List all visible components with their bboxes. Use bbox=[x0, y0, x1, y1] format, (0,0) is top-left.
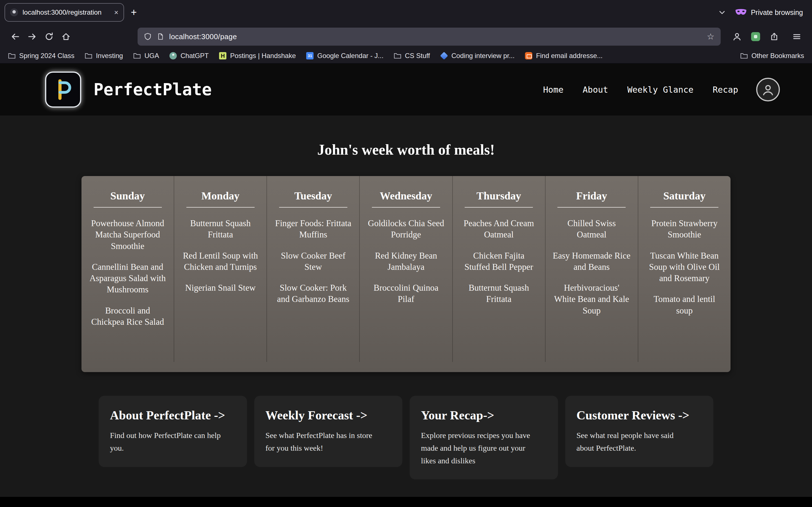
tab-strip: localhost:3000/registration × + Private … bbox=[0, 0, 812, 25]
meal-item: Broccolini Quinoa Pilaf bbox=[366, 282, 445, 305]
day-header: Monday bbox=[174, 189, 266, 202]
day-header: Tuesday bbox=[267, 189, 359, 202]
person-icon bbox=[761, 82, 775, 97]
card-body: Find out how PerfectPlate can help you. bbox=[110, 429, 223, 455]
bookmark-find-email[interactable]: Find email addresse... bbox=[525, 52, 603, 60]
nav-recap[interactable]: Recap bbox=[713, 85, 738, 95]
browser-tab[interactable]: localhost:3000/registration × bbox=[4, 3, 124, 22]
day-header: Thursday bbox=[453, 189, 545, 202]
meal-item: Peaches And Cream Oatmeal bbox=[460, 218, 538, 240]
perfectplate-logo[interactable] bbox=[45, 71, 81, 108]
bookmark-handshake[interactable]: H Postings | Handshake bbox=[219, 52, 296, 60]
account-icon[interactable] bbox=[728, 28, 746, 45]
meal-item: Tomato and lentil soup bbox=[645, 293, 724, 316]
folder-icon bbox=[394, 52, 402, 60]
day-column-saturday: Saturday Protein Strawberry Smoothie Tus… bbox=[638, 176, 730, 362]
meal-item: Nigerian Snail Stew bbox=[181, 282, 260, 293]
tab-list-chevron-icon[interactable] bbox=[718, 8, 726, 16]
url-text[interactable]: localhost:3000/page bbox=[169, 33, 237, 41]
meal-item: Goldilocks Chia Seed Porridge bbox=[366, 218, 445, 240]
meal-item: Broccoli and Chickpea Rice Salad bbox=[88, 305, 167, 328]
meal-item: Red Lentil Soup with Chicken and Turnips bbox=[181, 250, 260, 273]
nav-home[interactable]: Home bbox=[543, 85, 563, 95]
diamond-icon bbox=[440, 52, 448, 60]
nav-weekly-glance[interactable]: Weekly Glance bbox=[627, 85, 694, 95]
page-title: John's week worth of meals! bbox=[0, 142, 812, 158]
menu-icon[interactable] bbox=[788, 28, 805, 45]
folder-icon bbox=[8, 52, 16, 60]
customer-reviews-card[interactable]: Customer Reviews -> See what real people… bbox=[565, 396, 714, 467]
day-divider bbox=[557, 207, 626, 208]
bookmark-star-icon[interactable]: ☆ bbox=[707, 33, 714, 41]
bookmark-cs-stuff[interactable]: CS Stuff bbox=[394, 52, 430, 60]
extension-icon[interactable] bbox=[751, 32, 760, 41]
about-card[interactable]: About PerfectPlate -> Find out how Perfe… bbox=[99, 396, 247, 467]
card-body: Explore previous recipes you have made a… bbox=[421, 429, 534, 467]
brand-name: PerfectPlate bbox=[94, 80, 212, 99]
export-icon[interactable] bbox=[766, 28, 783, 45]
meal-item: Powerhouse Almond Matcha Superfood Smoot… bbox=[88, 218, 167, 252]
back-icon[interactable] bbox=[7, 28, 24, 45]
reload-icon[interactable] bbox=[41, 28, 57, 45]
new-tab-button[interactable]: + bbox=[131, 7, 137, 17]
google-calendar-icon: 31 bbox=[306, 52, 314, 60]
card-title: About PerfectPlate -> bbox=[110, 408, 236, 422]
profile-avatar[interactable] bbox=[756, 78, 780, 101]
url-bar[interactable]: localhost:3000/page ☆ bbox=[138, 27, 721, 46]
other-bookmarks[interactable]: Other Bookmarks bbox=[740, 52, 804, 60]
bookmark-uga[interactable]: UGA bbox=[133, 52, 159, 60]
folder-icon bbox=[740, 52, 748, 60]
card-title: Weekly Forecast -> bbox=[266, 408, 391, 422]
day-column-monday: Monday Butternut Squash Frittata Red Len… bbox=[174, 176, 266, 362]
browser-window: localhost:3000/registration × + Private … bbox=[0, 0, 812, 507]
day-header: Sunday bbox=[82, 189, 174, 202]
meal-item: Butternut Squash Frittata bbox=[460, 282, 538, 305]
meal-item: Easy Homemade Rice and Beans bbox=[552, 250, 631, 273]
folder-icon bbox=[85, 52, 93, 60]
site-nav: Home About Weekly Glance Recap bbox=[543, 85, 738, 95]
shield-icon[interactable] bbox=[144, 33, 152, 41]
bookmark-chatgpt[interactable]: * ChatGPT bbox=[169, 52, 209, 60]
private-browsing-badge: Private browsing bbox=[735, 8, 803, 17]
private-mask-icon bbox=[735, 9, 747, 16]
day-column-wednesday: Wednesday Goldilocks Chia Seed Porridge … bbox=[359, 176, 452, 362]
meal-item: Slow Cooker: Pork and Garbanzo Beans bbox=[274, 282, 352, 305]
card-body: See what real people have said about Per… bbox=[576, 429, 689, 455]
meal-item: Protein Strawberry Smoothie bbox=[645, 218, 724, 240]
your-recap-card[interactable]: Your Recap-> Explore previous recipes yo… bbox=[410, 396, 558, 480]
private-browsing-label: Private browsing bbox=[751, 8, 803, 17]
home-icon[interactable] bbox=[57, 28, 74, 45]
day-divider bbox=[372, 207, 440, 208]
nav-about[interactable]: About bbox=[583, 85, 608, 95]
tab-title: localhost:3000/registration bbox=[22, 8, 110, 16]
day-header: Wednesday bbox=[360, 189, 452, 202]
site-header: PerfectPlate Home About Weekly Glance Re… bbox=[0, 64, 812, 115]
day-divider bbox=[94, 207, 162, 208]
meal-item: Tuscan White Bean Soup with Olive Oil an… bbox=[645, 250, 724, 284]
tab-close-icon[interactable]: × bbox=[114, 9, 118, 16]
bookmark-spring-2024-class[interactable]: Spring 2024 Class bbox=[8, 52, 74, 60]
card-title: Customer Reviews -> bbox=[576, 408, 702, 422]
day-header: Friday bbox=[546, 189, 638, 202]
day-header: Saturday bbox=[638, 189, 730, 202]
day-column-tuesday: Tuesday Finger Foods: Frittata Muffins S… bbox=[266, 176, 359, 362]
card-body: See what PerfectPlate has in store for y… bbox=[266, 429, 378, 455]
weekly-forecast-card[interactable]: Weekly Forecast -> See what PerfectPlate… bbox=[254, 396, 403, 467]
main-content: John's week worth of meals! Sunday Power… bbox=[0, 142, 812, 480]
bottom-strip bbox=[0, 497, 812, 507]
bookmark-google-calendar[interactable]: 31 Google Calendar - J... bbox=[306, 52, 384, 60]
bookmark-investing[interactable]: Investing bbox=[85, 52, 123, 60]
meal-item: Slow Cooker Beef Stew bbox=[274, 250, 352, 273]
meal-item: Herbivoracious' White Bean and Kale Soup bbox=[552, 282, 631, 316]
day-column-friday: Friday Chilled Swiss Oatmeal Easy Homema… bbox=[545, 176, 638, 362]
navigation-toolbar: localhost:3000/page ☆ bbox=[0, 25, 812, 48]
meal-item: Chicken Fajita Stuffed Bell Pepper bbox=[460, 250, 538, 273]
meal-item: Cannellini Bean and Asparagus Salad with… bbox=[88, 262, 167, 295]
meal-item: Red Kidney Bean Jambalaya bbox=[366, 250, 445, 273]
day-column-thursday: Thursday Peaches And Cream Oatmeal Chick… bbox=[452, 176, 545, 362]
bookmark-coding-interview[interactable]: Coding interview pr... bbox=[440, 52, 515, 60]
page-info-icon[interactable] bbox=[157, 33, 164, 41]
day-divider bbox=[279, 207, 347, 208]
tab-favicon-icon bbox=[10, 8, 18, 16]
forward-icon[interactable] bbox=[24, 28, 41, 45]
